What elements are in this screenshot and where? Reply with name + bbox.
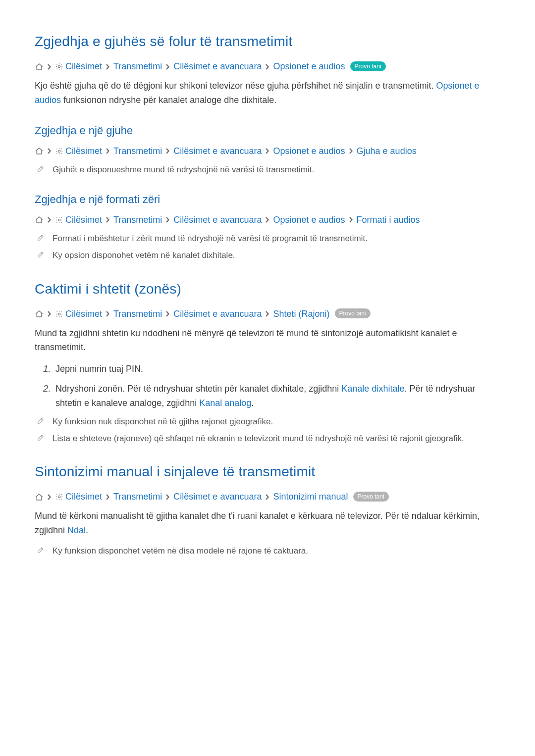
section-title: Zgjedhja e gjuhës së folur të transmetim… xyxy=(35,34,500,50)
note-item: Ky opsion disponohet vetëm në kanalet di… xyxy=(35,249,500,262)
chevron-right-icon xyxy=(47,310,52,318)
chevron-right-icon xyxy=(165,63,170,71)
body-text: Kjo është gjuha që do të dëgjoni kur shi… xyxy=(35,79,500,107)
text: Jepni numrin tuaj PIN. xyxy=(55,364,143,374)
chevron-right-icon xyxy=(265,216,270,224)
home-icon xyxy=(35,215,44,224)
breadcrumb: CilësimetTransmetimiCilësimet e avancuar… xyxy=(35,309,500,319)
note-item: Lista e shteteve (rajoneve) që shfaqet n… xyxy=(35,432,500,445)
section-title: Sintonizimi manual i sinjaleve të transm… xyxy=(35,464,500,480)
note-item: Formati i mbështetur i zërit mund të ndr… xyxy=(35,232,500,245)
gear-icon xyxy=(55,310,63,318)
breadcrumb-item[interactable]: Opsionet e audios xyxy=(273,146,345,156)
breadcrumb-item[interactable]: Cilësimet e avancuara xyxy=(173,215,262,225)
section: Zgjedhja e gjuhës së folur të transmetim… xyxy=(35,34,500,262)
note-list: Ky funksion nuk disponohet në të gjitha … xyxy=(35,415,500,446)
chevron-right-icon xyxy=(265,63,270,71)
breadcrumb-item[interactable]: Opsionet e audios xyxy=(273,215,345,225)
chevron-right-icon xyxy=(47,63,52,71)
chevron-right-icon xyxy=(105,310,110,318)
breadcrumb-item[interactable]: Shteti (Rajoni) xyxy=(273,309,329,319)
note-text: Ky funksion nuk disponohet në të gjitha … xyxy=(53,417,273,426)
chevron-right-icon xyxy=(165,310,170,318)
note-item: Ky funksion nuk disponohet në të gjitha … xyxy=(35,415,500,428)
note-text: Ky funksion disponohet vetëm në disa mod… xyxy=(53,546,308,555)
chevron-right-icon xyxy=(47,493,52,501)
breadcrumb-item[interactable]: Formati i audios xyxy=(357,215,420,225)
steps-list: Jepni numrin tuaj PIN.Ndryshoni zonën. P… xyxy=(35,361,500,410)
breadcrumb-item[interactable]: Transmetimi xyxy=(113,492,162,502)
svg-point-4 xyxy=(58,496,60,498)
svg-point-0 xyxy=(58,65,60,67)
home-icon xyxy=(35,147,44,155)
step-item: Jepni numrin tuaj PIN. xyxy=(54,361,500,376)
note-text: Formati i mbështetur i zërit mund të ndr… xyxy=(53,234,368,243)
breadcrumb-item[interactable]: Transmetimi xyxy=(113,215,162,225)
breadcrumb-item[interactable]: Opsionet e audios xyxy=(273,61,345,72)
inline-link[interactable]: Ndal xyxy=(67,525,86,535)
chevron-right-icon xyxy=(105,147,110,155)
breadcrumb-item[interactable]: Cilësimet e avancuara xyxy=(173,492,262,502)
subsection-title: Zgjedhja e një gjuhe xyxy=(35,124,500,137)
breadcrumb: CilësimetTransmetimiCilësimet e avancuar… xyxy=(35,146,500,156)
breadcrumb-item[interactable]: Cilësimet e avancuara xyxy=(173,61,262,72)
text: Mund ta zgjidhni shtetin ku ndodheni në … xyxy=(35,328,457,353)
note-item: Gjuhët e disponueshme mund të ndryshojnë… xyxy=(35,163,500,176)
body-text: Mund të kërkoni manualisht të gjitha kan… xyxy=(35,509,500,538)
note-list: Formati i mbështetur i zërit mund të ndr… xyxy=(35,232,500,262)
text: . xyxy=(86,525,88,535)
try-now-pill[interactable]: Provo tani xyxy=(350,61,386,71)
breadcrumb-item[interactable]: Transmetimi xyxy=(113,61,162,72)
try-now-pill[interactable]: Provo tani xyxy=(353,492,389,502)
home-icon xyxy=(35,493,44,502)
chevron-right-icon xyxy=(265,310,270,318)
text: Kjo është gjuha që do të dëgjoni kur shi… xyxy=(35,81,436,91)
chevron-right-icon xyxy=(105,216,110,224)
breadcrumb-item[interactable]: Cilësimet e avancuara xyxy=(173,309,262,319)
home-icon xyxy=(35,62,44,71)
section: Sintonizimi manual i sinjaleve të transm… xyxy=(35,464,500,557)
breadcrumb-item[interactable]: Transmetimi xyxy=(113,146,162,156)
chevron-right-icon xyxy=(105,493,110,501)
breadcrumb: CilësimetTransmetimiCilësimet e avancuar… xyxy=(35,492,500,502)
breadcrumb-item[interactable]: Cilësimet xyxy=(65,309,102,319)
gear-icon xyxy=(55,62,63,71)
text: funksionon ndryshe për kanalet analoge d… xyxy=(61,95,276,105)
step-item: Ndryshoni zonën. Për të ndryshuar shteti… xyxy=(54,381,500,410)
try-now-pill[interactable]: Provo tani xyxy=(335,308,371,318)
breadcrumb: CilësimetTransmetimiCilësimet e avancuar… xyxy=(35,215,500,225)
chevron-right-icon xyxy=(348,147,354,155)
chevron-right-icon xyxy=(165,493,170,501)
chevron-right-icon xyxy=(105,63,110,71)
text: . xyxy=(251,398,254,408)
chevron-right-icon xyxy=(165,216,170,224)
inline-link[interactable]: Kanale dixhitale xyxy=(341,384,404,394)
svg-point-1 xyxy=(58,150,60,152)
breadcrumb: CilësimetTransmetimiCilësimet e avancuar… xyxy=(35,61,500,72)
svg-point-3 xyxy=(58,313,60,315)
chevron-right-icon xyxy=(348,216,354,224)
gear-icon xyxy=(55,147,63,155)
breadcrumb-item[interactable]: Cilësimet xyxy=(65,215,102,225)
breadcrumb-item[interactable]: Transmetimi xyxy=(113,309,162,319)
body-text: Mund ta zgjidhni shtetin ku ndodheni në … xyxy=(35,326,500,355)
breadcrumb-item[interactable]: Gjuha e audios xyxy=(357,146,417,156)
gear-icon xyxy=(55,493,63,501)
text: Mund të kërkoni manualisht të gjitha kan… xyxy=(35,511,480,535)
text: Ndryshoni zonën. Për të ndryshuar shteti… xyxy=(55,384,341,394)
note-text: Ky opsion disponohet vetëm në kanalet di… xyxy=(53,251,235,260)
note-text: Lista e shteteve (rajoneve) që shfaqet n… xyxy=(53,434,464,443)
inline-link[interactable]: Kanal analog xyxy=(199,398,251,408)
breadcrumb-item[interactable]: Cilësimet e avancuara xyxy=(173,146,262,156)
breadcrumb-item[interactable]: Cilësimet xyxy=(65,61,102,72)
note-list: Ky funksion disponohet vetëm në disa mod… xyxy=(35,545,500,557)
chevron-right-icon xyxy=(47,147,52,155)
breadcrumb-item[interactable]: Cilësimet xyxy=(65,146,102,156)
note-list: Gjuhët e disponueshme mund të ndryshojnë… xyxy=(35,163,500,176)
chevron-right-icon xyxy=(265,147,270,155)
section-title: Caktimi i shtetit (zonës) xyxy=(35,281,500,297)
breadcrumb-item[interactable]: Sintonizimi manual xyxy=(273,492,348,502)
breadcrumb-item[interactable]: Cilësimet xyxy=(65,492,102,502)
chevron-right-icon xyxy=(165,147,170,155)
subsection-title: Zgjedhja e një formati zëri xyxy=(35,193,500,206)
